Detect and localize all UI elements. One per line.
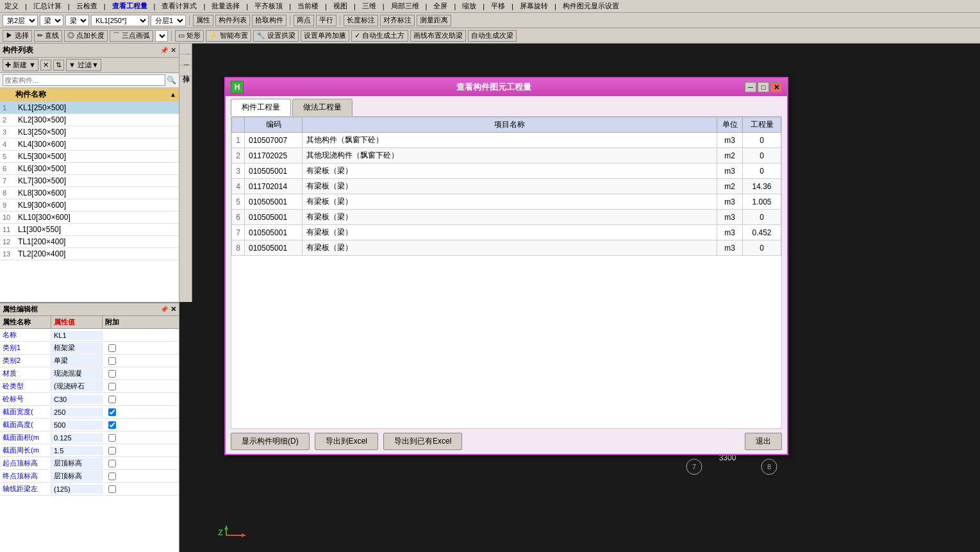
search-input[interactable] — [3, 74, 165, 86]
floor-select[interactable]: 第2层 — [3, 15, 38, 26]
select-btn[interactable]: ▶ 选择 — [3, 30, 32, 42]
list-item[interactable]: 12TL1[200×400] — [0, 236, 179, 248]
export-existing-excel-btn[interactable]: 导出到已有Excel — [383, 433, 462, 450]
parallel-btn[interactable]: 平行 — [316, 15, 336, 26]
list-item[interactable]: 13TL2[200×400] — [0, 248, 179, 260]
component-select[interactable]: KL1[250*] — [91, 15, 149, 26]
attr-checkbox[interactable] — [108, 421, 116, 429]
length-dim-btn[interactable]: 长度标注 — [344, 15, 378, 26]
attr-panel-close[interactable]: ✕ — [170, 305, 176, 314]
two-point-btn[interactable]: 两点 — [294, 15, 314, 26]
dialog-footer: 显示构件明细(D) 导出到Excel 导出到已有Excel 退出 — [226, 429, 787, 454]
attr-offset-btn[interactable]: 偏移 — [179, 54, 192, 65]
table-row[interactable]: 8 010505001 有梁板（梁） m3 0 — [232, 240, 781, 256]
sort-btn[interactable]: ⇅ — [53, 60, 64, 71]
exit-btn[interactable]: 退出 — [745, 433, 782, 450]
attr-checkbox[interactable] — [108, 485, 116, 493]
list-item[interactable]: 10KL10[300×600] — [0, 212, 179, 224]
toolbar-item-display-settings[interactable]: 构件图元显示设置 — [561, 1, 621, 11]
attr-btn[interactable]: 属性 — [193, 15, 213, 26]
type2-select[interactable]: 梁 — [65, 15, 89, 26]
list-item[interactable]: 4KL4[300×600] — [0, 138, 179, 151]
table-row[interactable]: 4 011702014 有梁板（梁） m2 14.36 — [232, 179, 781, 194]
line-btn[interactable]: ✏ 直线 — [34, 30, 62, 42]
export-excel-btn[interactable]: 导出到Excel — [315, 433, 378, 450]
attr-checkbox[interactable] — [108, 460, 116, 467]
attr-row: 类别2 单梁 — [0, 355, 179, 367]
dialog-close-btn[interactable]: ✕ — [770, 82, 782, 92]
list-item[interactable]: 9KL9[300×600] — [0, 199, 179, 212]
table-row[interactable]: 2 011702025 其他现浇构件（飘窗下砼） m2 0 — [232, 148, 781, 163]
layer-select[interactable]: 分层1 — [151, 15, 186, 26]
attr-checkbox[interactable] — [108, 434, 116, 442]
point-length-btn[interactable]: ◎ 点加长度 — [64, 30, 108, 42]
list-item[interactable]: 11L1[300×550] — [0, 224, 179, 236]
toolbar-item-current[interactable]: 当前楼 — [295, 1, 320, 11]
scroll-up-icon[interactable]: ▲ — [170, 91, 176, 98]
attr-checkbox[interactable] — [108, 344, 116, 352]
toolbar-item-view[interactable]: 视图 — [331, 1, 349, 11]
dialog-minimize-btn[interactable]: ─ — [745, 82, 756, 92]
table-row[interactable]: 3 010505001 有梁板（梁） m3 0 — [232, 163, 781, 179]
smart-layout-btn[interactable]: ⚡ 智能布置 — [206, 30, 251, 42]
attr-checkbox[interactable] — [108, 370, 116, 378]
toolbar-item-view-qty[interactable]: 查看工程量 — [110, 1, 149, 11]
dialog-restore-btn[interactable]: □ — [758, 82, 769, 92]
arc-btn[interactable]: ⌒ 三点画弧 — [110, 30, 153, 42]
type1-select[interactable]: 梁 — [40, 15, 63, 26]
draw-secondary-btn[interactable]: 画线布置次助梁 — [410, 30, 466, 42]
list-item[interactable]: 8KL8[300×600] — [0, 187, 179, 199]
table-row[interactable]: 6 010505001 有梁板（梁） m3 0 — [232, 210, 781, 225]
toolbar-item-batch[interactable]: 批量选择 — [210, 1, 242, 11]
panel-close-icon[interactable]: ✕ — [170, 46, 176, 54]
toolbar-item-fullscreen[interactable]: 全屏 — [431, 1, 449, 11]
tab-component-qty[interactable]: 构件工程量 — [231, 99, 291, 116]
align-dim-btn[interactable]: 对齐标注 — [380, 15, 415, 26]
attr-checkbox[interactable] — [108, 408, 116, 416]
attr-checkbox[interactable] — [108, 396, 116, 403]
filter-btn[interactable]: ▼ 过滤▼ — [66, 59, 101, 71]
component-list-body[interactable]: 1KL1[250×500]2KL2[300×500]3KL3[250×500]4… — [0, 102, 179, 302]
arc-select[interactable]: ▼ — [155, 30, 168, 42]
list-item[interactable]: 5KL5[300×500] — [0, 151, 179, 163]
list-item[interactable]: 7KL7[300×500] — [0, 175, 179, 187]
attr-checkbox[interactable] — [108, 383, 116, 390]
toolbar-item-local3d[interactable]: 局部三维 — [389, 1, 421, 11]
table-row[interactable]: 5 010505001 有梁板（梁） m3 1.005 — [232, 194, 781, 210]
toolbar-item-zoom[interactable]: 缩放 — [460, 1, 478, 11]
search-icon[interactable]: 🔍 — [167, 76, 176, 85]
toolbar-item-rotate[interactable]: 屏幕旋转 — [518, 1, 550, 11]
toolbar-item-calc[interactable]: 汇总计算 — [31, 1, 63, 11]
tab-method-qty[interactable]: 做法工程量 — [292, 99, 353, 116]
set-arch-btn[interactable]: 🔧 设置拱梁 — [253, 30, 299, 42]
new-component-btn[interactable]: ✚ 新建 ▼ — [3, 59, 38, 71]
show-detail-btn[interactable]: 显示构件明细(D) — [231, 433, 310, 450]
list-item[interactable]: 6KL6[300×500] — [0, 163, 179, 175]
table-row[interactable]: 7 010505001 有梁板（梁） m3 0.452 — [232, 225, 781, 240]
toolbar-item-cloud[interactable]: 云检查 — [74, 1, 99, 11]
list-item[interactable]: 2KL2[300×500] — [0, 114, 179, 126]
auto-secondary-btn[interactable]: 自动生成次梁 — [468, 30, 517, 42]
attr-checkbox[interactable] — [108, 357, 116, 365]
table-row[interactable]: 1 010507007 其他构件（飘窗下砼） m3 0 — [232, 133, 781, 148]
measure-dist-btn[interactable]: 测量距离 — [417, 15, 451, 26]
toolbar-item-align[interactable]: 平齐板顶 — [253, 1, 285, 11]
set-single-haunch-btn[interactable]: 设置单跨加腋 — [301, 30, 349, 42]
attr-checkbox[interactable] — [108, 473, 116, 480]
toolbar-item-define[interactable]: 定义 — [3, 1, 21, 11]
list-item[interactable]: 1KL1[250×500] — [0, 102, 179, 114]
attr-checkbox[interactable] — [108, 447, 116, 455]
table-header-row: 编码 项目名称 单位 工程量 — [232, 117, 781, 133]
delete-component-btn[interactable]: ✕ — [40, 60, 51, 71]
toolbar-item-pan[interactable]: 平移 — [489, 1, 507, 11]
toolbar-item-3d[interactable]: 三维 — [360, 1, 378, 11]
rect-btn[interactable]: ▭ 矩形 — [175, 30, 204, 42]
attr-align-btn[interactable]: 对齐 — [179, 44, 192, 54]
pick-component-btn[interactable]: 拾取构件 — [252, 15, 287, 26]
list-item[interactable]: 3KL3[250×500] — [0, 126, 179, 138]
toolbar-separator-8: | — [323, 3, 329, 10]
attr-pull-btn[interactable]: 拉伸 — [179, 65, 192, 76]
toolbar-item-view-formula[interactable]: 查看计算式 — [160, 1, 199, 11]
component-list-btn[interactable]: 构件列表 — [215, 15, 250, 26]
auto-earthwork-btn[interactable]: ✓ 自动生成土方 — [351, 30, 408, 42]
